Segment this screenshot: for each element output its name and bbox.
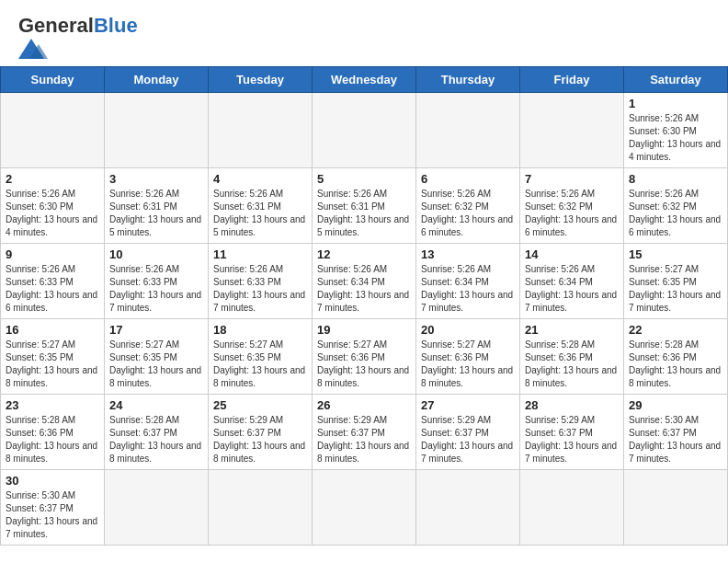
day-number: 28 [525,398,619,412]
calendar-cell [105,470,209,546]
day-number: 13 [421,247,515,261]
day-info: Sunrise: 5:26 AM Sunset: 6:33 PM Dayligh… [6,263,99,315]
weekday-row: SundayMondayTuesdayWednesdayThursdayFrid… [1,67,728,93]
day-number: 4 [213,172,307,186]
calendar-cell: 22Sunrise: 5:28 AM Sunset: 6:36 PM Dayli… [624,319,728,395]
day-info: Sunrise: 5:26 AM Sunset: 6:34 PM Dayligh… [421,263,515,315]
calendar-cell: 8Sunrise: 5:26 AM Sunset: 6:32 PM Daylig… [624,168,728,244]
calendar-week-3: 16Sunrise: 5:27 AM Sunset: 6:35 PM Dayli… [1,319,728,395]
day-info: Sunrise: 5:27 AM Sunset: 6:36 PM Dayligh… [421,339,515,390]
day-info: Sunrise: 5:26 AM Sunset: 6:34 PM Dayligh… [317,263,411,315]
day-number: 17 [109,323,203,337]
calendar-week-5: 30Sunrise: 5:30 AM Sunset: 6:37 PM Dayli… [1,470,728,546]
day-info: Sunrise: 5:29 AM Sunset: 6:37 PM Dayligh… [213,414,307,465]
day-number: 11 [213,247,307,261]
calendar-cell: 27Sunrise: 5:29 AM Sunset: 6:37 PM Dayli… [416,395,520,470]
calendar-cell: 2Sunrise: 5:26 AM Sunset: 6:30 PM Daylig… [1,168,105,244]
calendar-cell: 26Sunrise: 5:29 AM Sunset: 6:37 PM Dayli… [313,395,416,470]
calendar-cell: 12Sunrise: 5:26 AM Sunset: 6:34 PM Dayli… [313,244,416,319]
calendar-cell [313,470,416,546]
calendar-cell: 29Sunrise: 5:30 AM Sunset: 6:37 PM Dayli… [624,395,728,470]
day-number: 27 [421,398,515,412]
day-number: 2 [6,172,99,186]
calendar-cell: 5Sunrise: 5:26 AM Sunset: 6:31 PM Daylig… [313,168,416,244]
day-info: Sunrise: 5:29 AM Sunset: 6:37 PM Dayligh… [317,414,411,465]
day-info: Sunrise: 5:26 AM Sunset: 6:31 PM Dayligh… [213,188,307,239]
calendar-cell: 13Sunrise: 5:26 AM Sunset: 6:34 PM Dayli… [416,244,520,319]
day-info: Sunrise: 5:26 AM Sunset: 6:31 PM Dayligh… [109,188,203,239]
calendar-cell: 10Sunrise: 5:26 AM Sunset: 6:33 PM Dayli… [105,244,209,319]
calendar-cell: 11Sunrise: 5:26 AM Sunset: 6:33 PM Dayli… [209,244,313,319]
day-info: Sunrise: 5:27 AM Sunset: 6:35 PM Dayligh… [6,339,99,390]
day-number: 18 [213,323,307,337]
day-number: 10 [109,247,203,261]
calendar-cell: 20Sunrise: 5:27 AM Sunset: 6:36 PM Dayli… [416,319,520,395]
day-number: 29 [629,398,722,412]
page: GeneralBlue SundayMondayTuesdayWednesday… [0,0,728,563]
day-info: Sunrise: 5:29 AM Sunset: 6:37 PM Dayligh… [421,414,515,465]
calendar-week-0: 1Sunrise: 5:26 AM Sunset: 6:30 PM Daylig… [1,93,728,168]
day-info: Sunrise: 5:30 AM Sunset: 6:37 PM Dayligh… [6,489,99,541]
calendar-cell: 7Sunrise: 5:26 AM Sunset: 6:32 PM Daylig… [520,168,624,244]
day-info: Sunrise: 5:27 AM Sunset: 6:35 PM Dayligh… [213,339,307,390]
day-number: 9 [6,247,99,261]
day-number: 7 [525,172,619,186]
calendar-cell: 17Sunrise: 5:27 AM Sunset: 6:35 PM Dayli… [105,319,209,395]
day-info: Sunrise: 5:28 AM Sunset: 6:36 PM Dayligh… [6,414,99,465]
calendar-cell [416,93,520,168]
weekday-header-tuesday: Tuesday [209,67,313,93]
calendar-header: SundayMondayTuesdayWednesdayThursdayFrid… [1,67,728,93]
day-info: Sunrise: 5:26 AM Sunset: 6:34 PM Dayligh… [525,263,619,315]
weekday-header-monday: Monday [105,67,209,93]
day-number: 20 [421,323,515,337]
calendar-cell: 24Sunrise: 5:28 AM Sunset: 6:37 PM Dayli… [105,395,209,470]
day-number: 14 [525,247,619,261]
logo: GeneralBlue [18,15,138,59]
day-number: 8 [629,172,722,186]
day-info: Sunrise: 5:27 AM Sunset: 6:35 PM Dayligh… [629,263,722,315]
calendar-body: 1Sunrise: 5:26 AM Sunset: 6:30 PM Daylig… [1,93,728,546]
calendar-cell [209,470,313,546]
day-number: 15 [629,247,722,261]
day-info: Sunrise: 5:26 AM Sunset: 6:31 PM Dayligh… [317,188,411,239]
calendar-cell [209,93,313,168]
calendar-cell: 23Sunrise: 5:28 AM Sunset: 6:36 PM Dayli… [1,395,105,470]
day-number: 24 [109,398,203,412]
weekday-header-thursday: Thursday [416,67,520,93]
weekday-header-friday: Friday [520,67,624,93]
calendar-cell: 18Sunrise: 5:27 AM Sunset: 6:35 PM Dayli… [209,319,313,395]
day-number: 12 [317,247,411,261]
day-info: Sunrise: 5:28 AM Sunset: 6:37 PM Dayligh… [109,414,203,465]
calendar-cell [105,93,209,168]
day-info: Sunrise: 5:26 AM Sunset: 6:33 PM Dayligh… [213,263,307,315]
day-number: 21 [525,323,619,337]
day-number: 22 [629,323,722,337]
calendar-week-1: 2Sunrise: 5:26 AM Sunset: 6:30 PM Daylig… [1,168,728,244]
calendar-cell: 25Sunrise: 5:29 AM Sunset: 6:37 PM Dayli… [209,395,313,470]
weekday-header-sunday: Sunday [1,67,105,93]
calendar-cell: 9Sunrise: 5:26 AM Sunset: 6:33 PM Daylig… [1,244,105,319]
day-info: Sunrise: 5:26 AM Sunset: 6:30 PM Dayligh… [6,188,99,239]
calendar-table: SundayMondayTuesdayWednesdayThursdayFrid… [0,66,728,546]
day-number: 5 [317,172,411,186]
day-number: 26 [317,398,411,412]
day-info: Sunrise: 5:27 AM Sunset: 6:36 PM Dayligh… [317,339,411,390]
day-info: Sunrise: 5:27 AM Sunset: 6:35 PM Dayligh… [109,339,203,390]
calendar-cell [416,470,520,546]
day-number: 1 [629,97,722,110]
calendar-cell [520,470,624,546]
day-info: Sunrise: 5:26 AM Sunset: 6:33 PM Dayligh… [109,263,203,315]
day-info: Sunrise: 5:28 AM Sunset: 6:36 PM Dayligh… [525,339,619,390]
calendar-cell: 1Sunrise: 5:26 AM Sunset: 6:30 PM Daylig… [624,93,728,168]
day-number: 3 [109,172,203,186]
weekday-header-saturday: Saturday [624,67,728,93]
day-info: Sunrise: 5:29 AM Sunset: 6:37 PM Dayligh… [525,414,619,465]
day-number: 16 [6,323,99,337]
calendar-cell: 21Sunrise: 5:28 AM Sunset: 6:36 PM Dayli… [520,319,624,395]
calendar-week-2: 9Sunrise: 5:26 AM Sunset: 6:33 PM Daylig… [1,244,728,319]
calendar-cell [1,93,105,168]
day-number: 25 [213,398,307,412]
day-info: Sunrise: 5:28 AM Sunset: 6:36 PM Dayligh… [629,339,722,390]
calendar-cell: 15Sunrise: 5:27 AM Sunset: 6:35 PM Dayli… [624,244,728,319]
calendar-cell: 16Sunrise: 5:27 AM Sunset: 6:35 PM Dayli… [1,319,105,395]
